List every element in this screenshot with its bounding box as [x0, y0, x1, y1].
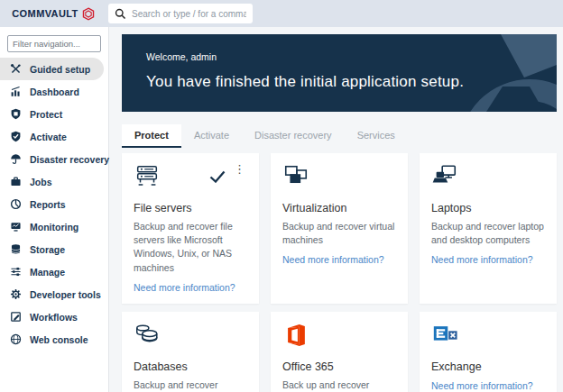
card-title: Databases — [134, 360, 247, 373]
card-databases[interactable]: DatabasesBackup and recover databasesNee… — [122, 312, 259, 392]
sidebar-item-dashboard[interactable]: Dashboard — [0, 80, 104, 103]
tools-icon — [10, 63, 22, 75]
sidebar-item-label: Disaster recovery — [30, 154, 109, 165]
tab-protect[interactable]: Protect — [122, 124, 181, 148]
setup-tabs: ProtectActivateDisaster recoveryServices — [122, 124, 408, 148]
card-title: Exchange — [431, 360, 545, 373]
card-virtualization[interactable]: VirtualizationBackup and recover virtual… — [271, 153, 408, 304]
sidebar-item-manage[interactable]: Manage — [0, 260, 104, 283]
card-title: Office 365 — [282, 360, 396, 373]
globe-icon — [10, 333, 22, 345]
database-icon — [10, 243, 22, 255]
need-more-info-link[interactable]: Need more information? — [431, 380, 545, 391]
tab-services[interactable]: Services — [345, 124, 408, 148]
shield-icon — [10, 108, 22, 120]
card-description: Backup and recover virtual machines — [282, 220, 396, 247]
sidebar-item-label: Workflows — [30, 312, 78, 323]
search-icon — [115, 8, 126, 20]
card-description: Backup and recover file servers like Mic… — [134, 220, 247, 275]
card-menu-icon[interactable]: ⋮ — [234, 163, 245, 175]
card-description: Backup and recover databases — [134, 378, 247, 392]
card-title: File servers — [134, 202, 247, 214]
file-servers-icon — [134, 163, 161, 190]
office-365-icon — [282, 322, 309, 349]
banner-greeting: Welcome, admin — [146, 51, 217, 62]
card-description: Back up and recover Office 365 data. — [282, 378, 396, 392]
main-content: Welcome, admin You have finished the ini… — [110, 27, 563, 392]
laptops-icon — [431, 163, 458, 190]
sidebar-item-guided-setup[interactable]: Guided setup — [0, 58, 104, 80]
need-more-info-link[interactable]: Need more information? — [134, 282, 247, 293]
topbar: COMMVAULT — [0, 0, 563, 27]
sliders-icon — [10, 266, 22, 278]
tab-activate[interactable]: Activate — [181, 124, 242, 148]
sidebar-item-workflows[interactable]: Workflows — [0, 305, 104, 328]
virtualization-icon — [282, 163, 309, 190]
sidebar-item-developer-tools[interactable]: Developer tools — [0, 283, 104, 305]
sidebar: Guided setupDashboardProtectActivateDisa… — [0, 27, 109, 392]
sidebar-item-storage[interactable]: Storage — [0, 238, 104, 260]
sidebar-item-reports[interactable]: Reports — [0, 193, 104, 215]
briefcase-icon — [10, 176, 22, 187]
sidebar-item-label: Storage — [30, 244, 65, 255]
chart-icon — [10, 86, 22, 97]
card-exchange[interactable]: ExchangeNeed more information? — [420, 312, 557, 392]
sidebar-item-label: Dashboard — [30, 87, 79, 97]
sidebar-item-disaster-recovery[interactable]: Disaster recovery — [0, 148, 104, 170]
card-laptops[interactable]: LaptopsBackup and recover laptop and des… — [420, 153, 557, 304]
databases-icon — [134, 322, 161, 349]
umbrella-icon — [10, 153, 22, 165]
tab-disaster-recovery[interactable]: Disaster recovery — [242, 124, 345, 148]
configured-check-icon — [209, 170, 226, 183]
shield-check-icon — [10, 131, 22, 142]
exchange-icon — [431, 322, 458, 349]
card-description: Backup and recover laptop and desktop co… — [431, 220, 545, 247]
sidebar-item-label: Developer tools — [30, 289, 101, 300]
command-search[interactable] — [108, 4, 253, 23]
sidebar-item-activate[interactable]: Activate — [0, 125, 104, 148]
card-office-365[interactable]: Office 365Back up and recover Office 365… — [271, 312, 408, 392]
banner-headline: You have finished the initial applicatio… — [146, 73, 464, 91]
card-title: Virtualization — [282, 202, 396, 214]
sidebar-item-label: Protect — [30, 109, 62, 120]
need-more-info-link[interactable]: Need more information? — [431, 254, 545, 265]
cards-grid: ⋮File serversBackup and recover file ser… — [122, 153, 557, 392]
commvault-logo: COMMVAULT — [0, 7, 106, 21]
need-more-info-link[interactable]: Need more information? — [282, 254, 396, 265]
pie-icon — [10, 198, 22, 210]
sidebar-item-label: Manage — [30, 267, 65, 278]
sidebar-item-label: Web console — [30, 334, 88, 345]
commvault-hexagon-icon — [82, 7, 95, 21]
sidebar-item-jobs[interactable]: Jobs — [0, 170, 104, 193]
sidebar-item-web-console[interactable]: Web console — [0, 328, 104, 351]
card-file-servers[interactable]: ⋮File serversBackup and recover file ser… — [122, 153, 259, 304]
welcome-banner: Welcome, admin You have finished the ini… — [122, 34, 557, 112]
filter-navigation-input[interactable] — [7, 35, 101, 52]
card-title: Laptops — [431, 202, 545, 214]
search-input[interactable] — [132, 9, 246, 19]
brand-name: COMMVAULT — [12, 8, 78, 19]
sidebar-item-monitoring[interactable]: Monitoring — [0, 215, 104, 238]
monitor-icon — [10, 221, 22, 232]
gear-icon — [10, 288, 22, 300]
sidebar-item-protect[interactable]: Protect — [0, 103, 104, 125]
sidebar-item-label: Monitoring — [30, 222, 78, 232]
sidebar-item-label: Jobs — [30, 177, 52, 187]
sidebar-item-label: Guided setup — [30, 64, 90, 75]
sidebar-item-label: Reports — [30, 199, 66, 210]
sidebar-item-label: Activate — [30, 132, 67, 142]
sidebar-nav: Guided setupDashboardProtectActivateDisa… — [0, 58, 108, 351]
doc-edit-icon — [10, 311, 22, 323]
